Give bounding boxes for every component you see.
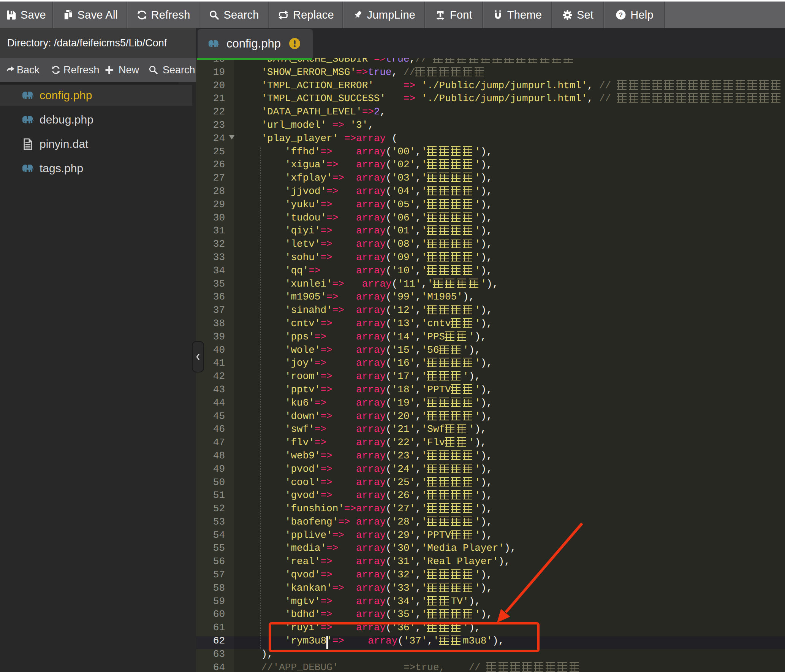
svg-text:?: ?: [619, 11, 623, 19]
